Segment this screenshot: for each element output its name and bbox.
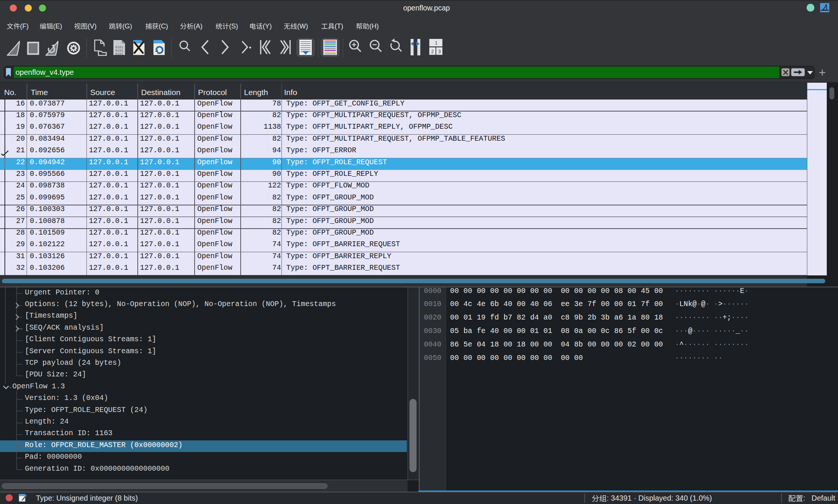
svg-text:3: 3 [438,49,441,54]
svg-text:1: 1 [435,40,438,46]
svg-text:0101: 0101 [115,52,124,56]
svg-text:2: 2 [431,49,434,54]
